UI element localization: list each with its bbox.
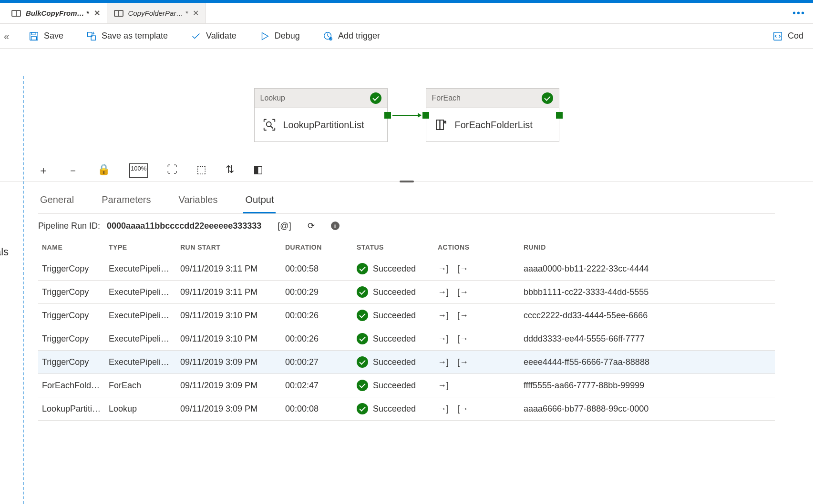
success-icon	[357, 286, 368, 298]
zoom-100-icon[interactable]: 100%	[129, 163, 148, 178]
col-type[interactable]: TYPE	[105, 238, 176, 257]
svg-point-8	[266, 122, 271, 127]
output-icon[interactable]: [→	[457, 311, 468, 321]
cell-actions: →] [→	[434, 304, 520, 327]
input-icon[interactable]: →]	[438, 311, 449, 321]
svg-rect-1	[31, 32, 35, 35]
pipeline-canvas[interactable]: Lookup LookupPartitionList ForEach ForEa…	[0, 49, 813, 182]
close-icon[interactable]: ✕	[193, 9, 199, 18]
output-table: NAME TYPE RUN START DURATION STATUS ACTI…	[38, 238, 775, 421]
select-icon[interactable]: ⬚	[196, 163, 206, 178]
input-icon[interactable]: →]	[438, 334, 449, 344]
tab-output[interactable]: Output	[243, 191, 276, 213]
tab-general[interactable]: General	[38, 191, 76, 213]
info-icon[interactable]: i	[331, 222, 340, 230]
debug-button[interactable]: Debug	[259, 31, 300, 41]
output-icon[interactable]: [→	[457, 287, 468, 297]
input-icon[interactable]: →]	[438, 264, 449, 274]
save-button[interactable]: Save	[29, 31, 63, 41]
svg-rect-10	[440, 120, 443, 130]
cell-start: 09/11/2019 3:10 PM	[176, 304, 281, 327]
col-status[interactable]: STATUS	[353, 238, 434, 257]
cell-start: 09/11/2019 3:09 PM	[176, 374, 281, 397]
output-icon[interactable]: [→	[457, 334, 468, 344]
table-row[interactable]: TriggerCopy ExecutePipeli… 09/11/2019 3:…	[38, 327, 775, 351]
col-name[interactable]: NAME	[38, 238, 105, 257]
expression-icon[interactable]: [@]	[278, 221, 291, 231]
input-icon[interactable]: →]	[438, 287, 449, 297]
connector-out[interactable]	[556, 112, 563, 119]
cell-duration: 00:00:26	[281, 304, 353, 327]
validate-button[interactable]: Validate	[191, 31, 237, 41]
refresh-icon[interactable]: ⟳	[308, 221, 315, 231]
activity-name: LookupPartitionList	[283, 120, 364, 131]
success-icon	[370, 92, 381, 104]
panel-resize-handle[interactable]	[400, 181, 414, 182]
play-icon	[259, 31, 270, 41]
zoom-fit-icon[interactable]: ⛶	[167, 163, 177, 178]
tab-copyfolder[interactable]: CopyFolderPar… * ✕	[107, 3, 206, 23]
add-icon[interactable]: ＋	[38, 163, 49, 178]
cell-status: Succeeded	[353, 397, 434, 421]
col-run-start[interactable]: RUN START	[176, 238, 281, 257]
table-row[interactable]: TriggerCopy ExecutePipeli… 09/11/2019 3:…	[38, 351, 775, 374]
close-icon[interactable]: ✕	[94, 9, 100, 18]
connector-arrow	[392, 115, 421, 116]
table-row[interactable]: TriggerCopy ExecutePipeli… 09/11/2019 3:…	[38, 304, 775, 327]
cell-start: 09/11/2019 3:11 PM	[176, 281, 281, 304]
svg-rect-9	[436, 120, 440, 130]
input-icon[interactable]: →]	[438, 381, 449, 391]
activity-type: ForEach	[432, 94, 461, 102]
add-trigger-label: Add trigger	[338, 31, 380, 41]
tab-bulkcopy[interactable]: BulkCopyFrom… * ✕	[5, 3, 107, 23]
lock-icon[interactable]: 🔒	[97, 163, 110, 178]
col-actions[interactable]: ACTIONS	[434, 238, 520, 257]
col-duration[interactable]: DURATION	[281, 238, 353, 257]
cell-status: Succeeded	[353, 374, 434, 397]
cell-status: Succeeded	[353, 304, 434, 327]
remove-icon[interactable]: －	[68, 163, 78, 178]
cell-actions: →] [→	[434, 257, 520, 281]
code-label: Cod	[788, 31, 803, 41]
output-icon[interactable]: [→	[457, 264, 468, 274]
col-runid[interactable]: RUNID	[520, 238, 775, 257]
run-id-row: Pipeline Run ID: 0000aaaa11bbccccdd22eee…	[38, 214, 775, 238]
cell-actions: →] [→	[434, 351, 520, 374]
activity-foreach[interactable]: ForEach ForEachFolderList	[426, 88, 559, 142]
tab-parameters[interactable]: Parameters	[100, 191, 153, 213]
more-tabs-icon[interactable]: •••	[792, 8, 805, 19]
cell-duration: 00:02:47	[281, 374, 353, 397]
input-icon[interactable]: →]	[438, 357, 449, 367]
cell-start: 09/11/2019 3:09 PM	[176, 397, 281, 421]
cell-start: 09/11/2019 3:10 PM	[176, 327, 281, 351]
svg-rect-2	[31, 36, 37, 40]
tab-variables[interactable]: Variables	[177, 191, 220, 213]
table-row[interactable]: LookupPartiti… Lookup 09/11/2019 3:09 PM…	[38, 397, 775, 421]
cell-duration: 00:00:26	[281, 327, 353, 351]
connector-out[interactable]	[384, 112, 391, 119]
lookup-icon	[262, 118, 277, 132]
connector-in[interactable]	[422, 112, 429, 119]
save-template-button[interactable]: Save as template	[86, 31, 168, 41]
save-template-label: Save as template	[102, 31, 168, 41]
table-row[interactable]: ForEachFolde… ForEach 09/11/2019 3:09 PM…	[38, 374, 775, 397]
table-row[interactable]: TriggerCopy ExecutePipeli… 09/11/2019 3:…	[38, 257, 775, 281]
activity-body: LookupPartitionList	[255, 108, 387, 141]
collapse-sidebar-icon[interactable]: «	[4, 30, 9, 41]
success-icon	[542, 92, 553, 104]
input-icon[interactable]: →]	[438, 404, 449, 414]
add-trigger-button[interactable]: Add trigger	[323, 31, 380, 41]
minimap-icon[interactable]: ◧	[253, 163, 263, 178]
output-icon[interactable]: [→	[457, 357, 468, 367]
editor-tabs: BulkCopyFrom… * ✕ CopyFolderPar… * ✕ •••	[0, 3, 813, 24]
cell-runid: bbbb1111-cc22-3333-44dd-5555	[520, 281, 775, 304]
autolayout-icon[interactable]: ⇅	[226, 163, 234, 178]
cell-type: ExecutePipeli…	[105, 281, 176, 304]
output-icon[interactable]: [→	[457, 404, 468, 414]
pipeline-icon	[11, 10, 21, 17]
table-row[interactable]: TriggerCopy ExecutePipeli… 09/11/2019 3:…	[38, 281, 775, 304]
code-button[interactable]: Cod	[772, 31, 803, 41]
activity-lookup[interactable]: Lookup LookupPartitionList	[254, 88, 388, 142]
cell-actions: →]	[434, 374, 520, 397]
cell-type: ExecutePipeli…	[105, 327, 176, 351]
